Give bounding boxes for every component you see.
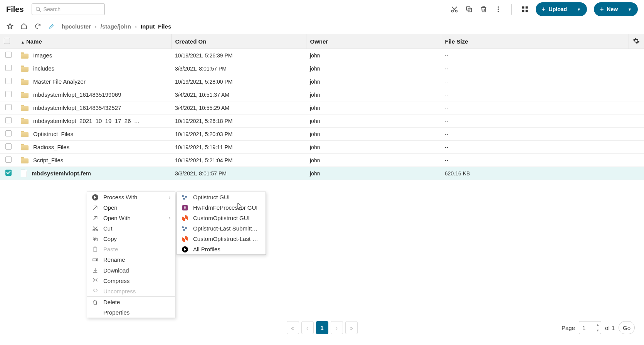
menu-item-open-with[interactable]: Open With› <box>87 213 175 223</box>
pager: « ‹ 1 › » <box>287 321 358 334</box>
table-row[interactable]: mbdsystemlvlopt_2021_10_19_17_26_…10/19/… <box>0 114 644 128</box>
copy-icon[interactable] <box>465 5 473 13</box>
pager-next[interactable]: › <box>331 321 343 334</box>
table-row[interactable]: Script_Files10/19/2021, 5:21:04 PMjohn-- <box>0 154 644 167</box>
edit-path-icon[interactable] <box>48 22 55 30</box>
svg-point-11 <box>498 8 499 10</box>
row-checkbox[interactable] <box>0 101 17 114</box>
row-checkbox[interactable] <box>0 167 17 180</box>
menu-item-download[interactable]: Download <box>87 265 175 276</box>
chevron-down-icon: ▼ <box>628 7 632 12</box>
breadcrumb-part[interactable]: /stage/john <box>101 23 131 30</box>
row-checkbox[interactable] <box>0 154 17 167</box>
table-row[interactable]: mbdsystemlvlopt.fem3/3/2021, 8:01:57 PMj… <box>0 167 644 180</box>
column-settings[interactable] <box>629 34 644 49</box>
pager-prev[interactable]: ‹ <box>301 321 314 334</box>
refresh-icon[interactable] <box>34 22 42 30</box>
folder-icon <box>21 66 29 72</box>
context-menu[interactable]: Process With›OpenOpen With›CutCopyPasteR… <box>87 192 175 318</box>
menu-item-open[interactable]: Open <box>87 202 175 213</box>
page-stepper[interactable]: ▲▼ <box>596 323 599 332</box>
menu-item-label: HwFdmFeProcessor GUI <box>193 204 258 211</box>
menu-item-delete[interactable]: Delete <box>87 297 175 307</box>
more-icon[interactable] <box>494 5 502 13</box>
row-size: -- <box>441 62 629 75</box>
column-name[interactable]: ▲Name <box>17 34 171 49</box>
column-created[interactable]: Created On <box>171 34 306 49</box>
row-checkbox[interactable] <box>0 88 17 101</box>
row-created: 10/19/2021, 5:28:00 PM <box>171 75 306 88</box>
row-size: 620.16 KB <box>441 167 629 180</box>
menu-item-hwfdmfeprocessor-gui[interactable]: HHwFdmFeProcessor GUI <box>177 202 266 213</box>
menu-item-cut[interactable]: Cut <box>87 223 175 234</box>
menu-item-icon <box>92 226 99 232</box>
new-button[interactable]: + New ▼ <box>594 2 638 16</box>
row-created: 3/3/2021, 8:01:57 PM <box>171 62 306 75</box>
breadcrumb: hpccluster › /stage/john › Input_Files <box>62 23 171 30</box>
table-row[interactable]: Master File Analyzer10/19/2021, 5:28:00 … <box>0 75 644 88</box>
table-row[interactable]: Images10/19/2021, 5:26:39 PMjohn-- <box>0 49 644 62</box>
pager-last[interactable]: » <box>345 321 358 334</box>
menu-item-properties[interactable]: Properties <box>87 307 175 318</box>
menu-item-icon <box>182 195 188 200</box>
column-size[interactable]: File Size <box>441 34 629 49</box>
grid-view-icon[interactable] <box>521 5 529 13</box>
menu-item-optistruct-last-submitt-[interactable]: Optistruct-Last Submitt… <box>177 223 266 234</box>
row-owner: john <box>306 128 441 141</box>
menu-item-copy[interactable]: Copy <box>87 234 175 244</box>
pager-page-1[interactable]: 1 <box>316 321 328 334</box>
row-created: 10/19/2021, 5:20:03 PM <box>171 128 306 141</box>
menu-item-process-with[interactable]: Process With› <box>87 192 175 202</box>
menu-item-compress[interactable]: Compress <box>87 276 175 286</box>
select-all-header[interactable] <box>0 34 17 49</box>
pager-first[interactable]: « <box>287 321 299 334</box>
row-size: -- <box>441 141 629 154</box>
delete-icon[interactable] <box>480 5 488 13</box>
row-size: -- <box>441 154 629 167</box>
table-row[interactable]: Radioss_Files10/19/2021, 5:19:11 PMjohn-… <box>0 141 644 154</box>
go-button[interactable]: Go <box>619 321 635 334</box>
folder-icon <box>21 52 29 59</box>
row-checkbox[interactable] <box>0 62 17 75</box>
row-name: mbdsystemlvlopt.fem <box>32 170 91 177</box>
row-checkbox[interactable] <box>0 75 17 88</box>
row-name: Script_Files <box>33 157 63 163</box>
table-row[interactable]: mbdsystemlvlopt_16148354325273/4/2021, 1… <box>0 101 644 114</box>
table-row[interactable]: mbdsystemlvlopt_16148351990693/4/2021, 1… <box>0 88 644 101</box>
svg-rect-26 <box>93 259 96 261</box>
menu-item-rename[interactable]: Rename <box>87 254 175 265</box>
row-checkbox[interactable] <box>0 49 17 62</box>
row-checkbox[interactable] <box>0 128 17 141</box>
menu-item-label: Process With <box>103 194 137 200</box>
menu-item-optistruct-gui[interactable]: Optistruct GUI <box>177 192 266 202</box>
row-checkbox[interactable] <box>0 141 17 154</box>
menu-item-label: Cut <box>103 225 112 232</box>
search-box[interactable] <box>32 3 105 15</box>
menu-item-paste: Paste <box>87 244 175 254</box>
menu-item-customoptistruct-gui[interactable]: CustomOptistruct GUI <box>177 213 266 223</box>
breadcrumb-part[interactable]: hpccluster <box>62 23 91 30</box>
home-icon[interactable] <box>20 22 28 30</box>
menu-item-icon <box>92 278 99 284</box>
context-submenu[interactable]: Optistruct GUIHHwFdmFeProcessor GUICusto… <box>177 192 266 255</box>
folder-icon <box>21 79 29 85</box>
menu-item-all-profiles[interactable]: All Profiles <box>177 244 266 254</box>
plus-icon: + <box>600 6 604 13</box>
row-checkbox[interactable] <box>0 114 17 128</box>
chevron-right-icon: › <box>169 215 170 221</box>
row-created: 10/19/2021, 5:19:11 PM <box>171 141 306 154</box>
table-row[interactable]: includes3/3/2021, 8:01:57 PMjohn-- <box>0 62 644 75</box>
table-row[interactable]: Optistruct_Files10/19/2021, 5:20:03 PMjo… <box>0 128 644 141</box>
row-owner: john <box>306 114 441 128</box>
menu-item-label: Optistruct GUI <box>193 194 230 200</box>
search-input[interactable] <box>44 6 101 12</box>
row-name: Radioss_Files <box>33 144 69 150</box>
row-owner: john <box>306 101 441 114</box>
menu-item-icon <box>92 236 99 242</box>
favorite-icon[interactable] <box>6 22 14 30</box>
page-input[interactable]: 1 ▲▼ <box>579 321 601 334</box>
cut-icon[interactable] <box>451 5 458 13</box>
menu-item-customoptistruct-last-[interactable]: CustomOptistruct-Last … <box>177 234 266 244</box>
upload-button[interactable]: + Upload ▼ <box>536 2 587 16</box>
column-owner[interactable]: Owner <box>306 34 441 49</box>
